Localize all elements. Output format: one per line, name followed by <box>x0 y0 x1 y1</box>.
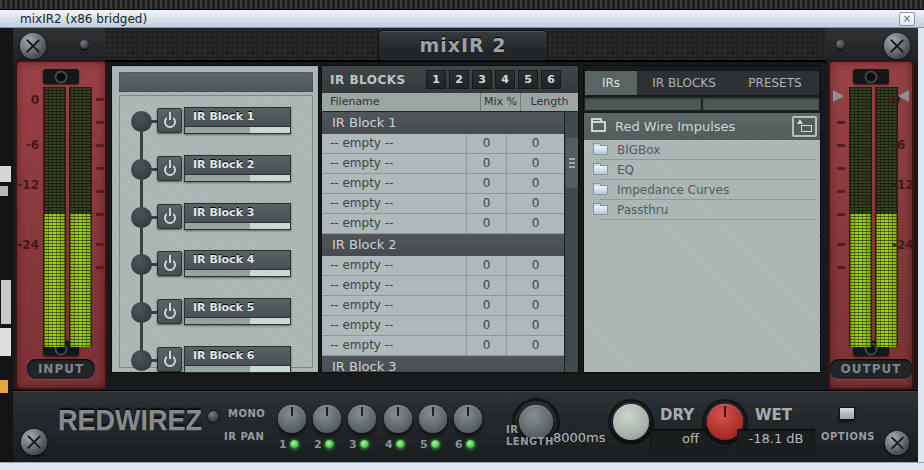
ir-pan-knob-2[interactable] <box>313 405 341 433</box>
table-row[interactable]: -- empty --00 <box>322 154 564 174</box>
folder-icon <box>593 205 608 215</box>
folder-outline-icon <box>591 121 606 132</box>
options-button[interactable] <box>839 407 855 420</box>
power-icon <box>164 116 176 128</box>
block-number-button-5[interactable]: 5 <box>518 70 538 89</box>
table-row[interactable]: -- empty --00 <box>322 256 564 276</box>
pan-led-2[interactable] <box>325 440 334 449</box>
table-row[interactable]: -- empty --00 <box>322 134 564 154</box>
ir-block-button-1[interactable]: IR Block 1 <box>184 107 291 134</box>
tree-item-eq[interactable]: EQ <box>584 160 820 180</box>
chain-row: IR Block 1 <box>113 106 319 136</box>
ir-length-knob[interactable] <box>519 405 553 439</box>
ir-pan-knob-5[interactable] <box>419 405 447 433</box>
pan-led-4[interactable] <box>396 440 405 449</box>
tab-presets[interactable]: PRESETS <box>731 71 819 95</box>
table-scrollbar-thumb[interactable] <box>566 138 578 188</box>
background-fragment <box>0 186 8 196</box>
chain-row: IR Block 3 <box>113 202 319 232</box>
ir-chain-panel: IR Block 1 IR Block 2 IR Block 3 <box>112 66 318 372</box>
plugin-title-plate: mixIR 2 <box>378 30 548 61</box>
scale-label: -12 <box>17 178 39 192</box>
scale-label: 0 <box>892 93 910 107</box>
power-button-1[interactable] <box>157 108 182 133</box>
power-icon <box>164 259 176 271</box>
up-arrow-icon <box>797 119 803 124</box>
table-row[interactable]: -- empty --00 <box>322 336 564 356</box>
group-header: IR Block 2 <box>322 234 564 256</box>
table-row[interactable]: -- empty --00 <box>322 296 564 316</box>
ir-pan-knob-1[interactable] <box>278 405 306 433</box>
dry-label: DRY <box>660 406 694 424</box>
power-button-2[interactable] <box>157 156 182 181</box>
block-number-button-6[interactable]: 6 <box>541 70 561 89</box>
output-fader-handle-left[interactable] <box>833 90 844 102</box>
ir-block-button-2[interactable]: IR Block 2 <box>184 155 291 182</box>
ir-block-button-6[interactable]: IR Block 6 <box>184 346 291 373</box>
pan-led-6[interactable] <box>466 440 475 449</box>
table-row[interactable]: -- empty --00 <box>322 174 564 194</box>
tree-item-impedance-curves[interactable]: Impedance Curves <box>584 180 820 200</box>
browser-toolbar-field[interactable] <box>585 98 701 110</box>
input-label: INPUT <box>27 359 95 379</box>
ir-block-label: IR Block 2 <box>185 156 290 174</box>
wet-value[interactable]: -18.1 dB <box>737 429 815 449</box>
pan-led-5[interactable] <box>431 440 440 449</box>
window-titlebar[interactable]: mixIR2 (x86 bridged) × <box>0 10 924 28</box>
block-number-button-4[interactable]: 4 <box>495 70 515 89</box>
ir-block-button-5[interactable]: IR Block 5 <box>184 298 291 325</box>
power-icon <box>164 164 176 176</box>
table-row[interactable]: -- empty --00 <box>322 214 564 234</box>
rivet-icon <box>80 40 89 49</box>
folder-icon <box>593 145 608 155</box>
block-number-button-1[interactable]: 1 <box>426 70 446 89</box>
pan-led-1[interactable] <box>290 440 299 449</box>
ir-block-label: IR Block 3 <box>185 204 290 222</box>
power-button-6[interactable] <box>157 347 182 372</box>
scale-label: -24 <box>17 238 39 252</box>
tab-irs[interactable]: IRs <box>585 71 637 95</box>
folder-up-button[interactable] <box>792 116 817 137</box>
rivet-icon <box>836 40 845 49</box>
folder-icon <box>801 125 812 132</box>
table-row[interactable]: -- empty --00 <box>322 316 564 336</box>
ir-length-value[interactable]: 8000ms <box>553 430 606 445</box>
table-column-headers: Filename Mix % Length ms <box>322 93 578 112</box>
block-number-button-3[interactable]: 3 <box>472 70 492 89</box>
ir-pan-knob-4[interactable] <box>384 405 412 433</box>
column-filename: Filename <box>322 93 480 111</box>
chain-header-bar <box>119 72 313 92</box>
table-scrollbar[interactable] <box>564 112 578 372</box>
ir-block-button-3[interactable]: IR Block 3 <box>184 203 291 230</box>
meter-mount-icon <box>43 69 79 84</box>
column-length: Length ms <box>520 93 578 111</box>
background-fragment <box>0 166 11 182</box>
close-button[interactable]: × <box>899 12 915 26</box>
tab-ir-blocks[interactable]: IR BLOCKS <box>637 71 731 95</box>
table-row[interactable]: -- empty --00 <box>322 276 564 296</box>
power-icon <box>164 355 176 367</box>
mono-button[interactable] <box>207 410 220 423</box>
ir-pan-knob-6[interactable] <box>454 405 482 433</box>
power-icon <box>164 307 176 319</box>
tree-item-bigbox[interactable]: BIGBox <box>584 140 820 160</box>
ir-block-button-4[interactable]: IR Block 4 <box>184 250 291 277</box>
power-button-4[interactable] <box>157 251 182 276</box>
power-button-5[interactable] <box>157 299 182 324</box>
ir-pan-knob-3[interactable] <box>348 405 376 433</box>
output-label: OUTPUT <box>830 359 913 379</box>
tree-item-passthru[interactable]: Passthru <box>584 200 820 220</box>
control-bar: REDWIREZ MONO IR PAN 1 2 3 4 5 6 IR LENG… <box>13 390 918 462</box>
background-fragment <box>0 380 8 393</box>
pan-led-3[interactable] <box>360 440 369 449</box>
table-row[interactable]: -- empty --00 <box>322 194 564 214</box>
ir-block-label: IR Block 6 <box>185 347 290 365</box>
power-button-3[interactable] <box>157 204 182 229</box>
chain-row: IR Block 6 <box>113 345 319 375</box>
dry-knob[interactable] <box>613 404 649 440</box>
table-title: IR BLOCKS <box>322 73 426 87</box>
block-number-button-2[interactable]: 2 <box>449 70 469 89</box>
current-folder-label: Red Wire Impulses <box>615 119 792 134</box>
browser-toolbar-field[interactable] <box>703 98 819 110</box>
screen: mixIR2 (x86 bridged) × mixIR 2 <box>0 0 924 470</box>
